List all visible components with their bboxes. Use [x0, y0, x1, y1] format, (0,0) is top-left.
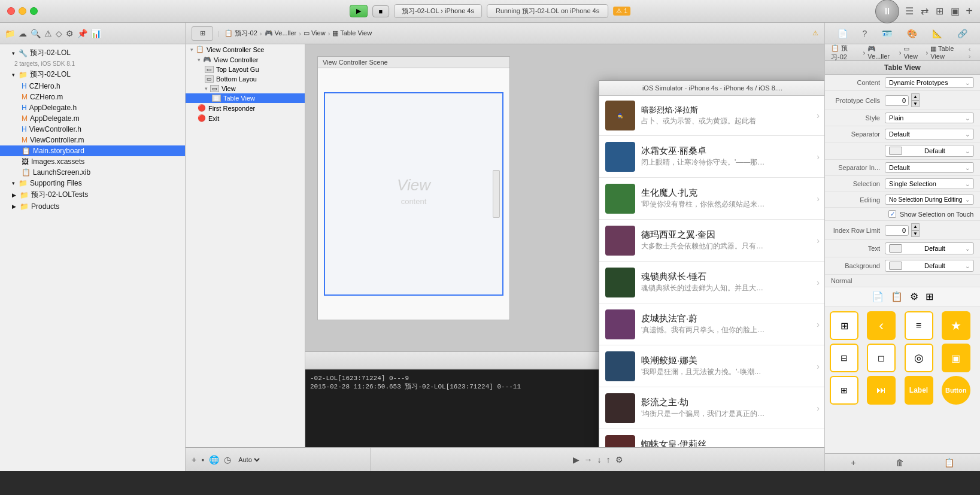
- size-inspector-icon[interactable]: 📐: [932, 29, 942, 38]
- layout-button[interactable]: ⊞: [935, 4, 945, 18]
- search-icon[interactable]: 🔍: [31, 29, 41, 38]
- prototype-stepper[interactable]: ▲ ▼: [885, 93, 920, 107]
- outline-bottomlayout[interactable]: ▭ Bottom Layou: [186, 74, 305, 84]
- view-toggle-button[interactable]: ☰: [904, 4, 915, 18]
- file-appdelegate-h[interactable]: H AppDelegate.h: [0, 102, 185, 113]
- file-appdelegate-m[interactable]: M AppDelegate.m: [0, 113, 185, 124]
- outline-firstresponder[interactable]: 🔴 First Responder: [186, 103, 305, 113]
- gear-icon-button[interactable]: ⚙: [910, 291, 918, 302]
- icon-cell-grid2[interactable]: ⊞: [830, 376, 858, 405]
- list-item[interactable]: 蜘蛛女皇·伊莉丝 真正的血盟者无害惧恒怕和蛛蛛的训诫。'… ›: [599, 429, 824, 447]
- step-over-button[interactable]: →: [584, 455, 593, 464]
- pause-button[interactable]: ⏸: [875, 0, 899, 23]
- list-item[interactable]: 生化魔人·扎克 '即使你没有脊柱，你依然必须站起来… ›: [599, 178, 824, 220]
- scheme-select[interactable]: Auto: [236, 455, 262, 464]
- index-increment[interactable]: ▲: [911, 223, 920, 230]
- prototype-input[interactable]: [885, 95, 909, 106]
- test-icon[interactable]: ◇: [56, 29, 62, 38]
- breadcrumb-vc[interactable]: 🎮 Ve...ller: [265, 29, 297, 37]
- add-button[interactable]: +: [966, 4, 973, 18]
- outline-tableview[interactable]: ▦ Table View: [186, 93, 305, 103]
- list-item[interactable]: 🧙 暗影烈焰·泽拉斯 占卜、或为示警、或为黄源。起此着 ›: [599, 96, 824, 136]
- doc-icon-button[interactable]: 📄: [872, 291, 884, 302]
- debug-icon[interactable]: ⚙: [66, 29, 74, 38]
- file-inspector-icon[interactable]: 📄: [838, 29, 848, 38]
- minimize-button[interactable]: [19, 7, 26, 15]
- project-item[interactable]: ▾ 🔧 预习-02-LOL: [0, 47, 185, 59]
- scrollbar[interactable]: [493, 170, 500, 218]
- panel-button[interactable]: ▣: [949, 4, 961, 18]
- icon-cell-controls[interactable]: ⏭: [867, 376, 896, 405]
- breakpoint-icon[interactable]: 📌: [77, 29, 87, 38]
- outline-view[interactable]: ▾ ▭ View: [186, 84, 305, 93]
- icon-cell-button[interactable]: Button: [942, 376, 970, 405]
- editing-dropdown[interactable]: No Selection During Editing ⌄: [885, 195, 974, 205]
- quick-help-icon[interactable]: ?: [863, 29, 867, 38]
- stop-button[interactable]: ■: [372, 5, 390, 17]
- text-dropdown[interactable]: Default ⌄: [885, 242, 974, 254]
- breadcrumb-file[interactable]: 📋 预习-02: [224, 29, 257, 38]
- view-mode-button[interactable]: ⊞: [192, 26, 213, 41]
- prototype-decrement[interactable]: ▼: [911, 101, 920, 108]
- maximize-button[interactable]: [30, 7, 38, 15]
- outline-vcscene[interactable]: ▾ 📋 View Controller Sce: [186, 44, 305, 54]
- icon-cell-list[interactable]: ≡: [905, 311, 933, 340]
- attributes-inspector-icon[interactable]: 🎨: [907, 29, 917, 38]
- report-icon[interactable]: 📊: [91, 29, 101, 38]
- list-item[interactable]: 德玛西亚之翼·奎因 大多数士兵会依赖他们的武器。只有… ›: [599, 220, 824, 262]
- file-czhero-m[interactable]: M CZHero.m: [0, 92, 185, 102]
- step-out-button[interactable]: ↑: [606, 455, 611, 464]
- list-item[interactable]: 影流之主·劫 '均衡只是一个骗局，我们才是真正的… ›: [599, 387, 824, 429]
- history-button[interactable]: ◷: [224, 455, 231, 464]
- close-button[interactable]: [7, 7, 15, 15]
- file-main-storyboard[interactable]: 📋 Main.storyboard: [0, 145, 185, 156]
- icon-cell-grid[interactable]: ⊞: [830, 311, 858, 340]
- prototype-increment[interactable]: ▲: [911, 93, 920, 101]
- build-run-button[interactable]: ▶: [350, 5, 368, 17]
- sim-list[interactable]: 🧙 暗影烈焰·泽拉斯 占卜、或为示警、或为黄源。起此着 › 冰霜女巫·丽桑卓: [599, 96, 824, 447]
- scm-icon[interactable]: ☁: [19, 29, 27, 38]
- file-images-xcassets[interactable]: 🖼 Images.xcassets: [0, 156, 185, 167]
- folder-supporting-files[interactable]: ▾ 📁 Supporting Files: [0, 178, 185, 189]
- file-viewcontroller-m[interactable]: M ViewController.m: [0, 135, 185, 145]
- list-item[interactable]: 魂锁典狱长·锤石 魂锁典狱长的过去鲜为人知。并且大… ›: [599, 262, 824, 303]
- show-selection-checkbox[interactable]: ✓: [888, 210, 896, 218]
- icon-cell-3d[interactable]: ▣: [942, 344, 970, 372]
- list-item[interactable]: 冰霜女巫·丽桑卓 闭上眼睛，让寒冷待你守去。'——那… ›: [599, 136, 824, 178]
- inspector-delete-btn[interactable]: 🗑: [896, 458, 904, 467]
- back-forward-button[interactable]: ⇄: [920, 4, 930, 18]
- debug-button[interactable]: ⚙: [615, 455, 623, 464]
- inspector-copy-btn[interactable]: 📋: [944, 458, 954, 467]
- icon-cell-star[interactable]: ★: [942, 311, 970, 340]
- connections-inspector-icon[interactable]: 🔗: [957, 29, 967, 38]
- step-into-button[interactable]: ↓: [597, 455, 602, 464]
- icon-cell-square[interactable]: ◻: [867, 344, 896, 372]
- localize-button[interactable]: 🌐: [209, 455, 219, 464]
- background-dropdown[interactable]: Default ⌄: [885, 260, 974, 272]
- inspector-add-btn[interactable]: +: [851, 458, 855, 467]
- folder-products[interactable]: ▶ 📁 Products: [0, 201, 185, 212]
- index-limit-input[interactable]: [885, 225, 909, 236]
- identity-inspector-icon[interactable]: 🪪: [882, 29, 892, 38]
- outline-toplayout[interactable]: ▭ Top Layout Gu: [186, 65, 305, 74]
- list-item[interactable]: 唤潮鲛姬·娜美 '我即是狂澜，且无法被力挽。'-唤潮… ›: [599, 345, 824, 387]
- play-button[interactable]: ▶: [573, 455, 579, 464]
- folder-tests[interactable]: ▶ 📁 预习-02-LOLTests: [0, 189, 185, 201]
- breadcrumb-tableview[interactable]: ▦ Table View: [332, 29, 372, 37]
- list-icon-button[interactable]: 📋: [891, 291, 903, 302]
- icon-cell-circle[interactable]: ◎: [905, 344, 933, 372]
- stack-icon-button[interactable]: ⊞: [926, 291, 933, 302]
- sep-inset-dropdown[interactable]: Default ⌄: [885, 162, 974, 173]
- icon-cell-label[interactable]: Label: [905, 376, 933, 405]
- breadcrumb-view[interactable]: ▭ View: [304, 29, 326, 37]
- index-decrement[interactable]: ▼: [911, 230, 920, 238]
- separator-dropdown[interactable]: Default ⌄: [885, 129, 974, 139]
- folder-icon[interactable]: 📁: [5, 29, 15, 38]
- add-file-button[interactable]: +: [192, 455, 196, 464]
- folder-main[interactable]: ▾ 📁 预习-02-LOL: [0, 68, 185, 81]
- list-item[interactable]: 皮城执法官·蔚 '真遗憾。我有两只拳头，但你的脸上… ›: [599, 303, 824, 345]
- file-czhero-h[interactable]: H CZHero.h: [0, 81, 185, 92]
- warning-nav-icon[interactable]: ⚠: [44, 29, 52, 38]
- icon-cell-back[interactable]: ‹: [867, 311, 896, 340]
- code-coverage-button[interactable]: ▪: [201, 455, 204, 464]
